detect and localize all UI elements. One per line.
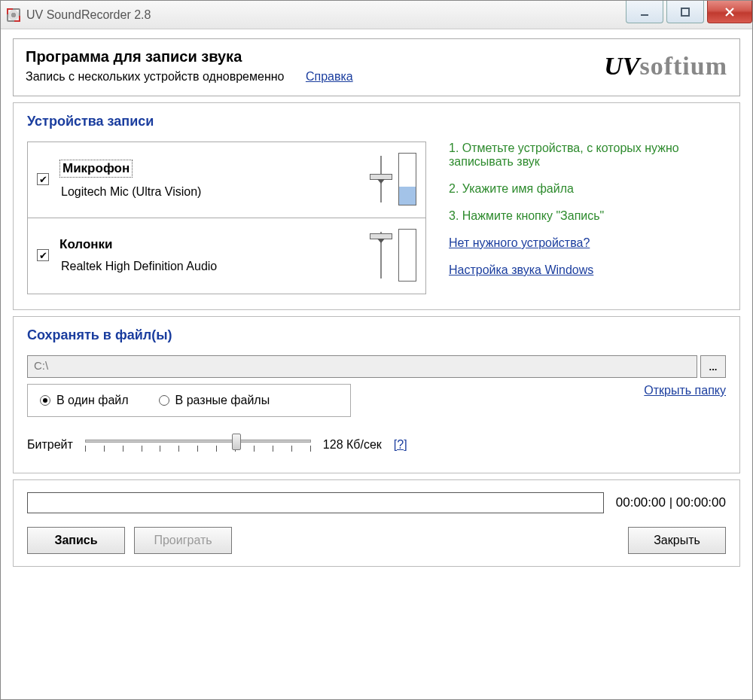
window-controls	[623, 1, 752, 23]
brand-logo: UVsoftium	[604, 52, 727, 81]
help-link[interactable]: Справка	[306, 70, 353, 83]
browse-button[interactable]: ...	[700, 355, 726, 378]
device-name: Микрофон	[59, 160, 133, 178]
timecode: 00:00:00 | 00:00:00	[616, 495, 726, 510]
svg-rect-1	[681, 8, 689, 16]
radio-label: В разные файлы	[175, 394, 270, 407]
bitrate-label: Битрейт	[27, 438, 73, 452]
app-window: UV SoundRecorder 2.8 Программа для запис…	[0, 0, 753, 700]
record-button[interactable]: Запись	[27, 527, 125, 554]
volume-slider[interactable]	[370, 153, 392, 205]
close-button[interactable]	[707, 1, 752, 23]
hint-text: 1. Отметьте устройства, с которых нужно …	[449, 142, 726, 169]
windows-sound-settings-link[interactable]: Настройка звука Windows	[449, 263, 593, 277]
device-checkbox[interactable]: ✔	[37, 249, 49, 261]
device-desc: Logitech Mic (Ultra Vision)	[61, 185, 370, 199]
save-section: Сохранять в файл(ы) C:\ ... В один файл …	[13, 316, 740, 473]
device-checkbox[interactable]: ✔	[37, 173, 49, 185]
open-folder-link[interactable]: Открыть папку	[644, 384, 726, 397]
play-button[interactable]: Проиграть	[134, 527, 232, 554]
hint-text: 2. Укажите имя файла	[449, 182, 726, 196]
bitrate-help-link[interactable]: [?]	[394, 438, 407, 452]
app-heading: Программа для записи звука	[26, 48, 604, 65]
hint-text: 3. Нажмите кнопку "Запись"	[449, 209, 726, 223]
bitrate-value: 128 Кб/сек	[323, 438, 382, 452]
bottom-panel: 00:00:00 | 00:00:00 Запись Проиграть Зак…	[13, 479, 740, 567]
level-meter	[398, 229, 416, 282]
device-desc: Realtek High Definition Audio	[61, 260, 370, 273]
volume-slider[interactable]	[370, 229, 392, 282]
device-list: ✔ Микрофон Logitech Mic (Ultra Vision)	[27, 142, 426, 294]
svg-rect-0	[641, 14, 648, 16]
radio-label: В один файл	[56, 394, 129, 407]
save-title: Сохранять в файл(ы)	[27, 327, 726, 343]
bitrate-slider[interactable]	[85, 432, 311, 458]
device-row[interactable]: ✔ Колонки Realtek High Definition Audio	[28, 218, 425, 294]
window-title: UV SoundRecorder 2.8	[26, 8, 151, 22]
titlebar[interactable]: UV SoundRecorder 2.8	[1, 1, 752, 29]
missing-device-link[interactable]: Нет нужного устройства?	[449, 236, 590, 250]
devices-title: Устройства записи	[27, 114, 726, 129]
file-mode-panel: В один файл В разные файлы	[27, 384, 351, 417]
progress-bar	[27, 492, 604, 513]
maximize-button[interactable]	[666, 1, 704, 23]
brand-soft: softium	[639, 52, 727, 80]
devices-section: Устройства записи ✔ Микрофон Logitech Mi…	[13, 102, 740, 310]
device-row[interactable]: ✔ Микрофон Logitech Mic (Ultra Vision)	[28, 142, 425, 218]
radio-single-file[interactable]: В один файл	[40, 394, 129, 407]
brand-uv: UV	[604, 52, 639, 80]
level-meter	[398, 153, 416, 205]
app-icon	[7, 8, 20, 22]
close-app-button[interactable]: Закрыть	[628, 527, 726, 554]
subtitle-text: Запись с нескольких устройств одновремен…	[26, 70, 284, 83]
header-panel: Программа для записи звука Запись с неск…	[13, 38, 740, 96]
app-subheading: Запись с нескольких устройств одновремен…	[26, 70, 604, 84]
radio-multi-file[interactable]: В разные файлы	[159, 394, 270, 407]
hints-panel: 1. Отметьте устройства, с которых нужно …	[449, 142, 726, 294]
device-name: Колонки	[59, 237, 370, 252]
save-path-input[interactable]: C:\	[27, 355, 697, 378]
radio-dot-icon	[159, 395, 169, 406]
minimize-button[interactable]	[626, 1, 663, 23]
radio-dot-icon	[40, 395, 50, 406]
